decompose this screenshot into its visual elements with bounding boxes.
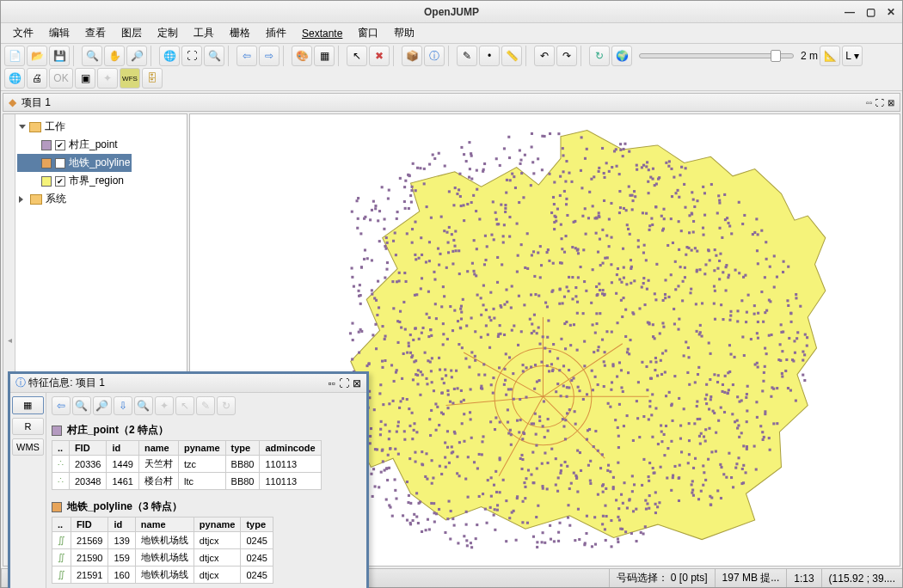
checkbox-icon[interactable]: ✔: [55, 176, 65, 187]
close-button[interactable]: ✕: [883, 5, 899, 19]
checkbox-icon[interactable]: ✔: [55, 140, 65, 150]
svg-rect-623: [389, 447, 391, 450]
svg-rect-296: [764, 347, 766, 350]
menu-edit[interactable]: 编辑: [42, 24, 77, 42]
zoom-sel-icon[interactable]: ⛶: [181, 46, 202, 66]
svg-rect-1353: [513, 175, 515, 178]
open-icon[interactable]: 📂: [27, 46, 47, 66]
new-icon[interactable]: 📄: [4, 46, 25, 66]
style-icon[interactable]: 🎨: [292, 46, 312, 66]
delete-icon[interactable]: ✖: [369, 46, 390, 66]
zoom-in-icon[interactable]: 🔍: [82, 46, 102, 66]
view-icon[interactable]: ▣: [75, 68, 95, 89]
undo-icon[interactable]: ↶: [534, 46, 555, 66]
database-icon[interactable]: 🗄: [142, 68, 163, 89]
print-icon[interactable]: 🖨: [27, 68, 47, 89]
svg-rect-542: [546, 336, 549, 339]
star-icon[interactable]: ✦: [155, 396, 174, 415]
ok-button[interactable]: OK: [49, 68, 73, 89]
tree-root-system[interactable]: 系统: [17, 190, 132, 208]
arrow-down-icon[interactable]: ⇩: [114, 396, 132, 415]
svg-rect-1029: [680, 450, 683, 453]
menu-view[interactable]: 查看: [78, 24, 113, 42]
tree-layer-point[interactable]: ✔ 村庄_point: [17, 136, 132, 154]
prev-extent-icon[interactable]: ⇦: [236, 46, 257, 66]
redo-icon[interactable]: ↷: [556, 46, 577, 66]
edit-geom-icon[interactable]: ✎: [457, 46, 477, 66]
edit-icon[interactable]: ✎: [196, 396, 215, 415]
zoom-out-icon[interactable]: 🔎: [126, 46, 147, 66]
next-extent-icon[interactable]: ⇨: [259, 46, 280, 66]
package-icon[interactable]: 📦: [402, 46, 422, 66]
svg-rect-1311: [568, 369, 570, 371]
zoom-fixed-icon[interactable]: 🔍: [204, 46, 224, 66]
svg-rect-1416: [394, 478, 396, 481]
tree-root-work[interactable]: 工作: [17, 118, 132, 136]
tree-layer-polyline[interactable]: ✔ 地铁_polyline: [17, 154, 132, 172]
panel-max-icon[interactable]: ⛶: [875, 98, 884, 107]
svg-rect-693: [432, 476, 434, 479]
feature-table[interactable]: ..FIDidnamepynametype∬21569139地铁机场线dtjcx…: [52, 517, 273, 584]
vtab-wms[interactable]: WMS: [12, 438, 44, 456]
zoom-sel-icon[interactable]: 🔍: [72, 396, 91, 415]
find-icon[interactable]: 🔍: [134, 396, 153, 415]
menu-custom[interactable]: 定制: [150, 24, 185, 42]
menu-window[interactable]: 窗口: [351, 24, 385, 42]
menu-help[interactable]: 帮助: [387, 24, 421, 42]
minimize-button[interactable]: —: [842, 5, 857, 19]
table-icon[interactable]: ▦: [314, 46, 335, 66]
select-icon[interactable]: ↖: [347, 46, 367, 66]
feature-table[interactable]: ..FIDidnamepynametypeadmincode∴203361449…: [52, 440, 322, 490]
svg-rect-1466: [561, 248, 563, 250]
globe-add-icon[interactable]: 🌐: [4, 68, 25, 89]
svg-rect-964: [503, 224, 506, 226]
vtab-table[interactable]: ▦: [12, 396, 44, 414]
menu-raster[interactable]: 栅格: [223, 24, 257, 42]
svg-rect-1109: [592, 389, 594, 391]
pan-sel-icon[interactable]: 🔎: [93, 396, 112, 415]
svg-rect-1395: [381, 450, 384, 452]
zoom-full-icon[interactable]: 🌐: [159, 46, 180, 66]
pan-icon[interactable]: ✋: [104, 46, 125, 66]
project-tab-label[interactable]: 项目 1: [22, 95, 51, 110]
menu-sextante[interactable]: Sextante: [295, 26, 349, 41]
svg-rect-177: [383, 228, 385, 230]
panel-close-icon[interactable]: ⊠: [888, 98, 894, 107]
svg-rect-48: [452, 329, 454, 332]
vtab-r[interactable]: R: [12, 418, 44, 435]
table-row[interactable]: ∬21590159地铁机场线dtjcx0245: [52, 549, 273, 567]
globe-icon[interactable]: 🌍: [611, 46, 632, 66]
maximize-button[interactable]: ▢: [863, 5, 878, 19]
layer-dropdown[interactable]: L ▾: [842, 46, 863, 66]
arrow-left-icon[interactable]: ⇦: [52, 396, 71, 415]
info-icon[interactable]: ⓘ: [424, 46, 445, 66]
menu-plugin[interactable]: 插件: [259, 24, 293, 42]
zoom-slider[interactable]: [639, 53, 794, 58]
wfs-icon[interactable]: WFS: [120, 68, 140, 89]
save-icon[interactable]: 💾: [49, 46, 70, 66]
table-row[interactable]: ∬21569139地铁机场线dtjcx0245: [52, 532, 273, 549]
panel-close-icon[interactable]: ⊠: [353, 377, 361, 389]
table-row[interactable]: ∴203361449天竺村tzcBB80110113: [52, 456, 321, 473]
table-row[interactable]: ∬21591160地铁机场线dtjcx0245: [52, 567, 273, 584]
measure-icon[interactable]: 📏: [501, 46, 522, 66]
svg-rect-124: [514, 187, 517, 189]
svg-rect-1095: [451, 376, 453, 378]
select-icon[interactable]: ↖: [175, 396, 194, 415]
panel-min-icon[interactable]: ▫▫: [328, 377, 335, 389]
refresh-icon[interactable]: ↻: [589, 46, 610, 66]
svg-rect-830: [430, 502, 433, 505]
ruler-icon[interactable]: 📐: [820, 46, 840, 66]
menu-tools[interactable]: 工具: [187, 24, 221, 42]
panel-min-icon[interactable]: ▫▫: [866, 98, 872, 107]
panel-max-icon[interactable]: ⛶: [339, 377, 349, 389]
menu-layer[interactable]: 图层: [114, 24, 149, 42]
checkbox-icon[interactable]: ✔: [55, 158, 65, 168]
tree-layer-region[interactable]: ✔ 市界_region: [17, 172, 132, 190]
star-icon[interactable]: ✦: [97, 68, 118, 89]
add-point-icon[interactable]: •: [479, 46, 500, 66]
svg-rect-810: [478, 453, 481, 456]
table-row[interactable]: ∴203481461楼台村ltcBB80110113: [52, 473, 321, 490]
refresh-icon[interactable]: ↻: [217, 396, 236, 415]
menu-file[interactable]: 文件: [6, 24, 40, 42]
